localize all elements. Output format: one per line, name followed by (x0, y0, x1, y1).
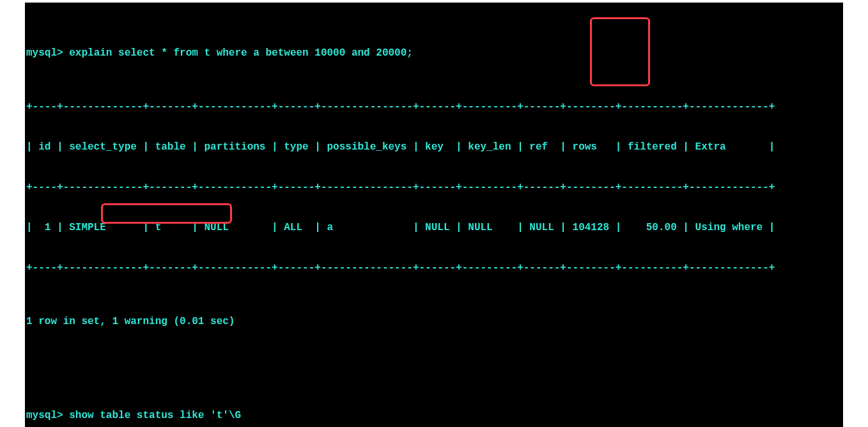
show-status-query-line: mysql> show table status like 't'\G (25, 409, 843, 423)
query-text: show table status like 't'\G (69, 410, 241, 421)
mysql-terminal[interactable]: mysql> explain select * from t where a b… (25, 3, 843, 427)
query-text: explain select * from t where a between … (69, 47, 413, 59)
table-border: +----+-------------+-------+------------… (25, 261, 843, 275)
table-header-row: | id | select_type | table | partitions … (25, 141, 843, 154)
table-data-row: | 1 | SIMPLE | t | NULL | ALL | a | NULL… (25, 221, 843, 235)
table-border: +----+-------------+-------+------------… (25, 100, 843, 114)
result-summary: 1 row in set, 1 warning (0.01 sec) (25, 315, 843, 329)
table-border: +----+-------------+-------+------------… (25, 181, 843, 194)
prompt: mysql> (26, 47, 63, 59)
prompt: mysql> (26, 410, 63, 421)
blank-line (25, 355, 843, 369)
explain-query-line: mysql> explain select * from t where a b… (25, 47, 843, 60)
